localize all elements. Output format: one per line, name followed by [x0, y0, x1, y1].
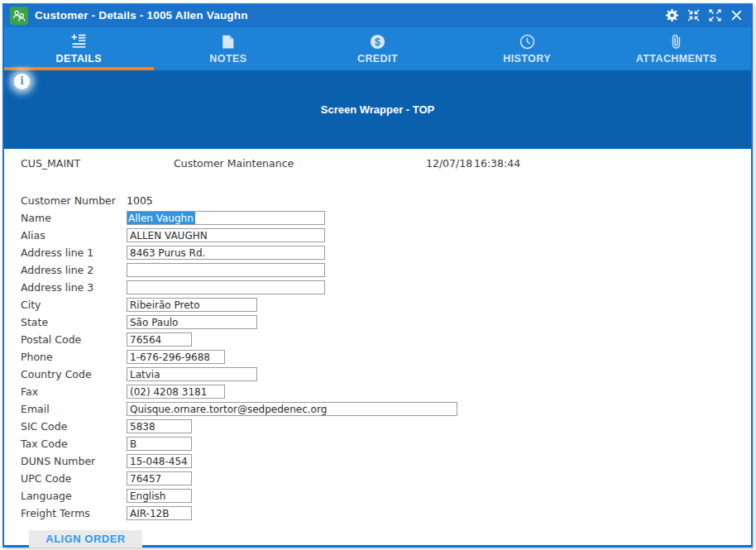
label-address-line-3: Address line 3: [21, 281, 127, 294]
customers-people-icon: [10, 7, 28, 25]
screen-wrapper-banner: i Screen Wrapper - TOP: [4, 70, 751, 149]
input-address-line-2[interactable]: [127, 263, 325, 277]
input-address-line-1[interactable]: [127, 246, 325, 260]
input-fax[interactable]: [127, 385, 225, 399]
input-address-line-3[interactable]: [127, 280, 325, 294]
label-upc-code: UPC Code: [21, 472, 127, 485]
form-row-fax: Fax: [21, 383, 751, 400]
input-language[interactable]: [127, 489, 192, 503]
label-duns-number: DUNS Number: [21, 455, 127, 467]
form-row-duns-number: DUNS Number: [21, 452, 751, 470]
form-row-name: NameAllen Vaughn: [21, 209, 751, 227]
form-row-address-line-1: Address line 1: [21, 244, 751, 261]
expand-icon[interactable]: [709, 9, 721, 22]
tab-label: ATTACHMENTS: [636, 53, 717, 65]
paperclip-icon: [667, 33, 685, 51]
window-title: Customer - Details - 1005 Allen Vaughn: [35, 9, 666, 22]
label-sic-code: SIC Code: [21, 420, 127, 433]
form-row-upc-code: UPC Code: [21, 470, 751, 487]
tab-label: HISTORY: [503, 53, 551, 65]
tab-label: DETAILS: [56, 53, 102, 65]
input-alias[interactable]: [127, 228, 325, 242]
label-tax-code: Tax Code: [21, 438, 127, 450]
label-city: City: [21, 299, 127, 311]
label-fax: Fax: [21, 385, 127, 398]
screen-code: CUS_MAINT: [21, 157, 174, 170]
input-freight-terms[interactable]: [127, 506, 192, 520]
screen-header: CUS_MAINT Customer Maintenance 12/07/18 …: [21, 156, 751, 170]
form-row-state: State: [21, 313, 751, 331]
label-customer-number: Customer Number: [21, 194, 127, 207]
label-language: Language: [21, 490, 127, 502]
form-row-alias: Alias: [21, 227, 751, 244]
note-icon: [219, 33, 237, 51]
form-fields: Customer Number1005NameAllen VaughnAlias…: [21, 192, 751, 522]
label-alias: Alias: [21, 229, 127, 242]
input-sic-code[interactable]: [127, 419, 192, 433]
screen-time: 16:38:44: [474, 157, 520, 170]
collapse-icon[interactable]: [687, 9, 700, 22]
form-row-address-line-3: Address line 3: [21, 279, 751, 296]
form-row-phone: Phone: [21, 348, 751, 366]
form-row-address-line-2: Address line 2: [21, 261, 751, 279]
label-name: Name: [21, 212, 127, 224]
label-address-line-2: Address line 2: [21, 264, 127, 276]
form-content: CUS_MAINT Customer Maintenance 12/07/18 …: [4, 149, 751, 548]
label-address-line-1: Address line 1: [21, 246, 127, 259]
input-country-code[interactable]: [127, 367, 257, 381]
label-postal-code: Postal Code: [21, 333, 127, 346]
banner-title: Screen Wrapper - TOP: [4, 103, 751, 116]
form-row-freight-terms: Freight Terms: [21, 505, 751, 522]
dollar-circle-icon: $: [369, 33, 386, 51]
form-row-city: City: [21, 296, 751, 313]
form-row-language: Language: [21, 487, 751, 505]
tab-credit[interactable]: $CREDIT: [303, 27, 452, 70]
input-tax-code[interactable]: [127, 437, 192, 451]
value-customer-number: 1005: [127, 194, 153, 207]
form-row-sic-code: SIC Code: [21, 418, 751, 435]
input-duns-number[interactable]: [127, 454, 192, 468]
details-list-icon: [70, 33, 88, 51]
svg-text:$: $: [375, 36, 380, 48]
selected-text: Allen Vaughn: [127, 212, 195, 225]
tab-label: NOTES: [209, 53, 246, 65]
title-bar: Customer - Details - 1005 Allen Vaughn: [4, 3, 751, 27]
label-email: Email: [21, 403, 127, 415]
input-phone[interactable]: [127, 350, 225, 364]
input-city[interactable]: [127, 298, 257, 312]
input-postal-code[interactable]: [127, 332, 192, 347]
tab-history[interactable]: HISTORY: [452, 27, 602, 70]
customer-details-window: Customer - Details - 1005 Allen Vaughn D…: [2, 3, 753, 548]
tab-details[interactable]: DETAILS: [4, 27, 154, 70]
tab-notes[interactable]: NOTES: [154, 27, 304, 70]
tab-label: CREDIT: [357, 53, 398, 65]
screen-title: Customer Maintenance: [174, 157, 426, 170]
info-icon[interactable]: i: [14, 74, 30, 89]
form-row-tax-code: Tax Code: [21, 435, 751, 452]
close-icon[interactable]: [730, 9, 743, 22]
titlebar-actions: [666, 9, 743, 22]
form-row-postal-code: Postal Code: [21, 331, 751, 348]
label-freight-terms: Freight Terms: [21, 507, 127, 519]
label-country-code: Country Code: [21, 368, 127, 380]
input-name[interactable]: Allen Vaughn: [127, 211, 325, 225]
label-phone: Phone: [21, 351, 127, 363]
form-row-email: Email: [21, 400, 751, 418]
input-upc-code[interactable]: [127, 471, 192, 485]
tab-attachments[interactable]: ATTACHMENTS: [601, 27, 751, 70]
label-state: State: [21, 316, 127, 328]
align-order-button[interactable]: ALIGN ORDER: [29, 530, 142, 548]
input-email[interactable]: [127, 402, 457, 416]
clock-icon: [519, 33, 536, 51]
screen-date: 12/07/18: [426, 157, 474, 170]
input-state[interactable]: [127, 315, 257, 329]
tab-bar: DETAILSNOTES$CREDITHISTORYATTACHMENTS: [4, 27, 751, 70]
form-row-customer-number: Customer Number1005: [21, 192, 751, 209]
gear-icon[interactable]: [666, 9, 678, 22]
form-row-country-code: Country Code: [21, 366, 751, 383]
